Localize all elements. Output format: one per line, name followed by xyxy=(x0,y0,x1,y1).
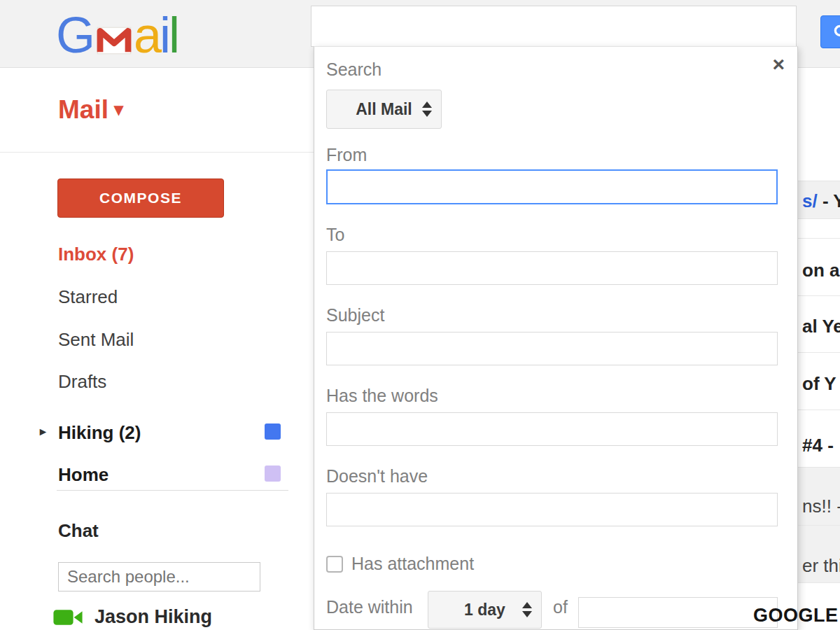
logo-letter-g: G xyxy=(56,7,93,63)
gmail-envelope-icon xyxy=(96,27,132,55)
chat-search-input[interactable] xyxy=(58,562,260,592)
has-words-field-label: Has the words xyxy=(326,386,438,406)
email-row[interactable]: of Y xyxy=(802,373,836,395)
logo-letter-a: a xyxy=(134,7,160,63)
doesnt-have-field-label: Doesn't have xyxy=(326,466,428,486)
sidebar-item-hiking[interactable]: ▸ Hiking (2) xyxy=(58,422,141,444)
date-within-dropdown[interactable]: 1 day xyxy=(428,591,542,629)
row-divider xyxy=(798,352,840,353)
sidebar-item-sent-mail[interactable]: Sent Mail xyxy=(58,329,134,351)
email-row-link-fragment[interactable]: s/ xyxy=(802,190,818,211)
logo-letter-i: i xyxy=(160,7,169,63)
panel-title: Search xyxy=(326,59,382,80)
search-scope-value: All Mail xyxy=(356,100,412,119)
has-attachment-row: Has attachment xyxy=(326,554,474,574)
gmail-logo: G a i l xyxy=(56,4,178,63)
sidebar: COMPOSE Inbox (7) Starred Sent Mail Draf… xyxy=(0,153,314,630)
home-label-color-swatch[interactable] xyxy=(265,465,281,482)
email-row[interactable]: er thi xyxy=(802,555,840,577)
sidebar-item-inbox[interactable]: Inbox (7) xyxy=(58,244,134,265)
has-attachment-label: Has attachment xyxy=(351,554,474,574)
email-row-text-fragment: - Y xyxy=(818,190,840,211)
date-within-value: 1 day xyxy=(464,601,505,620)
has-attachment-checkbox[interactable] xyxy=(326,556,343,573)
row-divider xyxy=(798,295,840,296)
email-row[interactable]: ns!! - xyxy=(802,496,840,517)
expand-arrow-icon[interactable]: ▸ xyxy=(40,424,46,439)
mail-label: Mail xyxy=(58,95,108,124)
advanced-search-panel: × Search All Mail From To Subject Has th… xyxy=(314,46,798,630)
gmail-search-input[interactable] xyxy=(311,6,797,47)
of-label: of xyxy=(553,597,568,617)
compose-button[interactable]: COMPOSE xyxy=(57,178,224,218)
date-within-label: Date within xyxy=(326,597,413,617)
email-row[interactable]: al Ye xyxy=(802,316,840,337)
subject-input[interactable] xyxy=(326,332,778,365)
to-input[interactable] xyxy=(326,251,778,285)
email-list-strip: s/ - Y on a al Ye of Y #4 - ns!! - er th… xyxy=(798,69,840,630)
from-input[interactable] xyxy=(326,169,778,204)
hiking-label-color-swatch[interactable] xyxy=(265,424,281,440)
doesnt-have-input[interactable] xyxy=(326,493,778,526)
email-row[interactable]: on a xyxy=(802,260,839,281)
chat-contact-name: Jason Hiking xyxy=(94,606,212,628)
date-of-input[interactable] xyxy=(578,597,778,628)
search-scope-dropdown[interactable]: All Mail xyxy=(326,90,442,129)
sidebar-item-drafts[interactable]: Drafts xyxy=(58,371,106,393)
sidebar-item-hiking-label: Hiking (2) xyxy=(58,422,141,443)
compose-button-label: COMPOSE xyxy=(99,190,182,206)
logo-letter-l: l xyxy=(169,7,178,63)
email-row[interactable]: s/ - Y xyxy=(802,190,840,212)
sidebar-divider xyxy=(57,490,288,491)
email-row[interactable]: #4 - xyxy=(802,435,834,456)
subject-field-label: Subject xyxy=(326,305,384,326)
close-icon[interactable]: × xyxy=(772,54,785,75)
row-divider xyxy=(798,525,840,526)
google-watermark: GOOGLE xyxy=(753,605,839,626)
search-icon xyxy=(832,23,840,41)
chat-contact-row[interactable]: Jason Hiking xyxy=(52,606,212,628)
header-row: Mail▾ xyxy=(0,69,314,153)
stepper-arrows-icon xyxy=(422,102,432,117)
row-divider xyxy=(798,410,840,410)
row-divider xyxy=(798,238,840,239)
sidebar-item-starred[interactable]: Starred xyxy=(58,286,118,308)
video-camera-icon xyxy=(52,608,83,626)
stepper-arrows-icon xyxy=(522,602,532,617)
from-field-label: From xyxy=(326,145,367,165)
sidebar-item-home[interactable]: Home xyxy=(58,464,108,486)
search-submit-button[interactable] xyxy=(820,15,840,48)
has-words-input[interactable] xyxy=(326,412,778,446)
to-field-label: To xyxy=(326,225,344,245)
chat-heading: Chat xyxy=(58,520,99,542)
chevron-down-icon: ▾ xyxy=(114,99,123,120)
row-divider xyxy=(798,582,840,583)
mail-service-dropdown[interactable]: Mail▾ xyxy=(58,95,123,125)
